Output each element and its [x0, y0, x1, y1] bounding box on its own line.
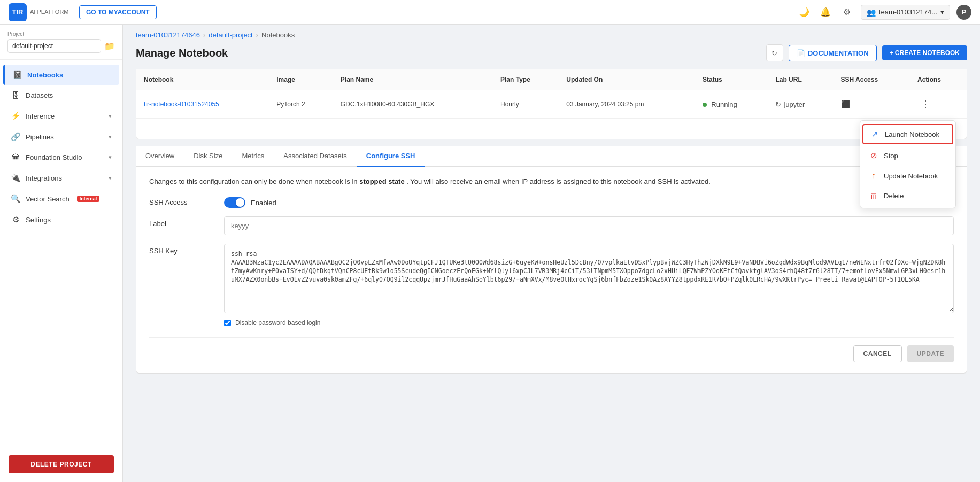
col-updated-on: Updated On — [559, 69, 695, 90]
sidebar-item-inference[interactable]: ⚡ Inference ▾ — [3, 106, 119, 126]
integrations-icon: 🔌 — [11, 173, 20, 183]
stopped-state-text: stopped state — [359, 177, 405, 185]
refresh-button[interactable]: ↻ — [766, 44, 783, 61]
label-field-label: Label — [149, 216, 213, 228]
team-label: team-010312174... — [879, 8, 937, 16]
cell-updated-on: 03 January, 2024 03:25 pm — [559, 90, 695, 119]
sidebar-item-notebooks[interactable]: 📓 Notebooks — [3, 65, 119, 85]
ssh-key-textarea[interactable]: ssh-rsa AAAAB3NzaC1yc2EAAAADAQABAAABgQC2… — [224, 244, 954, 313]
sidebar-item-vector-search[interactable]: 🔍 Vector Search Internal — [3, 189, 119, 209]
sidebar-item-settings[interactable]: ⚙ Settings — [3, 209, 119, 230]
chevron-down-icon: ▾ — [940, 8, 944, 16]
disable-password-checkbox[interactable] — [224, 320, 231, 326]
notifications-icon[interactable]: 🔔 — [818, 5, 833, 20]
breadcrumb-team[interactable]: team-010312174646 — [136, 31, 200, 39]
sidebar-item-foundation-studio-label: Foundation Studio — [26, 153, 82, 161]
documentation-button[interactable]: 📄 DOCUMENTATION — [789, 45, 877, 61]
cell-image: PyTorch 2 — [269, 90, 333, 119]
settings-nav-icon: ⚙ — [11, 215, 20, 224]
context-menu-stop-label: Stop — [884, 152, 898, 160]
update-button[interactable]: UPDATE — [907, 345, 954, 362]
settings-icon[interactable]: ⚙ — [839, 5, 854, 20]
project-select-row: default-project 📁 — [7, 39, 115, 53]
actions-more-button[interactable]: ⋮ — [917, 97, 933, 111]
context-menu-launch-notebook-label: Launch Notebook — [885, 130, 939, 138]
go-to-myaccount-button[interactable]: GO TO MYACCOUNT — [79, 5, 157, 19]
configure-ssh-panel: Changes to this configuration can only b… — [136, 167, 967, 374]
topnav: TIR AI PLATFORM GO TO MYACCOUNT 🌙 🔔 ⚙ 👥 … — [0, 0, 980, 25]
notebooks-icon: 📓 — [12, 70, 22, 80]
page-header: Manage Notebook ↻ 📄 DOCUMENTATION + CREA… — [123, 39, 980, 69]
folder-icon[interactable]: 📁 — [104, 41, 115, 51]
context-menu-launch-notebook[interactable]: ↗ Launch Notebook — [862, 124, 953, 144]
spin-icon: ↻ — [775, 100, 781, 108]
context-menu: ↗ Launch Notebook ⊘ Stop ↑ Update Notebo… — [860, 120, 956, 208]
context-menu-delete[interactable]: 🗑 Delete — [860, 186, 955, 206]
ssh-key-row: SSH Key ssh-rsa AAAAB3NzaC1yc2EAAAADAQAB… — [149, 244, 954, 326]
sidebar: Project default-project 📁 📓 Notebooks 🗄 … — [0, 25, 123, 482]
tabs-container: Overview Disk Size Metrics Associated Da… — [136, 146, 967, 167]
notebooks-table-wrap: Notebook Image Plan Name Plan Type Updat… — [136, 69, 967, 139]
project-label: Project — [7, 31, 115, 37]
tab-metrics[interactable]: Metrics — [232, 146, 274, 167]
ssh-access-toggle[interactable] — [224, 197, 245, 208]
layout: Project default-project 📁 📓 Notebooks 🗄 … — [0, 25, 980, 482]
page-title: Manage Notebook — [136, 47, 766, 59]
sidebar-item-settings-label: Settings — [26, 216, 51, 224]
cell-status: Running — [695, 90, 768, 119]
ssh-key-label: SSH Key — [149, 244, 213, 255]
tab-associated-datasets[interactable]: Associated Datasets — [274, 146, 357, 167]
cancel-button[interactable]: CANCEL — [853, 345, 902, 362]
label-input[interactable] — [224, 216, 954, 235]
sidebar-item-datasets[interactable]: 🗄 Datasets — [3, 85, 119, 105]
datasets-icon: 🗄 — [11, 91, 20, 100]
create-notebook-button[interactable]: + CREATE NOTEBOOK — [882, 45, 967, 60]
context-menu-stop[interactable]: ⊘ Stop — [860, 145, 955, 166]
avatar[interactable]: P — [956, 5, 971, 20]
cell-plan-name: GDC.1xH10080-60.430GB_HGX — [333, 90, 493, 119]
tab-overview[interactable]: Overview — [136, 146, 184, 167]
col-status: Status — [695, 69, 768, 90]
disable-password-label: Disable password based login — [235, 319, 320, 326]
chevron-down-icon: ▾ — [109, 134, 112, 141]
inference-icon: ⚡ — [11, 111, 20, 121]
context-menu-update-notebook[interactable]: ↑ Update Notebook — [860, 166, 955, 186]
jupyter-link[interactable]: ↻ jupyter — [775, 100, 805, 108]
sidebar-item-integrations[interactable]: 🔌 Integrations ▾ — [3, 168, 119, 188]
jupyter-label: jupyter — [784, 100, 805, 108]
sidebar-item-foundation-studio[interactable]: 🏛 Foundation Studio ▾ — [3, 147, 119, 167]
table-body: tir-notebook-01031524055 PyTorch 2 GDC.1… — [136, 90, 967, 119]
delete-project-button[interactable]: DELETE PROJECT — [9, 455, 114, 473]
breadcrumb-current: Notebooks — [261, 31, 295, 39]
breadcrumb-project[interactable]: default-project — [209, 31, 252, 39]
sidebar-item-notebooks-label: Notebooks — [27, 71, 63, 79]
col-plan-type: Plan Type — [493, 69, 559, 90]
col-lab-url: Lab URL — [768, 69, 833, 90]
cell-plan-type: Hourly — [493, 90, 559, 119]
project-select[interactable]: default-project — [7, 39, 101, 53]
status-running-dot — [703, 103, 707, 107]
col-notebook: Notebook — [136, 69, 269, 90]
project-select-wrap: Project default-project 📁 — [0, 25, 122, 60]
topnav-right: 🌙 🔔 ⚙ 👥 team-010312174... ▾ P — [797, 5, 971, 20]
dark-mode-toggle[interactable]: 🌙 — [797, 5, 812, 20]
logo-icon: TIR — [9, 3, 27, 21]
disable-password-row: Disable password based login — [224, 319, 954, 326]
tab-disk-size[interactable]: Disk Size — [184, 146, 232, 167]
chevron-down-icon: ▾ — [109, 154, 112, 161]
config-footer: CANCEL UPDATE — [149, 337, 954, 362]
sidebar-item-pipelines-label: Pipelines — [26, 133, 54, 141]
tab-configure-ssh[interactable]: Configure SSH — [357, 146, 425, 167]
ssh-access-icon[interactable]: ⬛ — [841, 100, 850, 108]
sidebar-item-datasets-label: Datasets — [26, 91, 53, 99]
foundation-studio-icon: 🏛 — [11, 153, 20, 162]
sidebar-item-pipelines[interactable]: 🔗 Pipelines ▾ — [3, 127, 119, 147]
table-header: Notebook Image Plan Name Plan Type Updat… — [136, 69, 967, 90]
col-image: Image — [269, 69, 333, 90]
launch-notebook-icon: ↗ — [870, 129, 879, 139]
stop-icon: ⊘ — [869, 151, 878, 160]
breadcrumb-sep2: › — [256, 31, 258, 39]
notebook-link[interactable]: tir-notebook-01031524055 — [144, 100, 219, 108]
table-row: tir-notebook-01031524055 PyTorch 2 GDC.1… — [136, 90, 967, 119]
team-selector[interactable]: 👥 team-010312174... ▾ — [861, 5, 950, 20]
